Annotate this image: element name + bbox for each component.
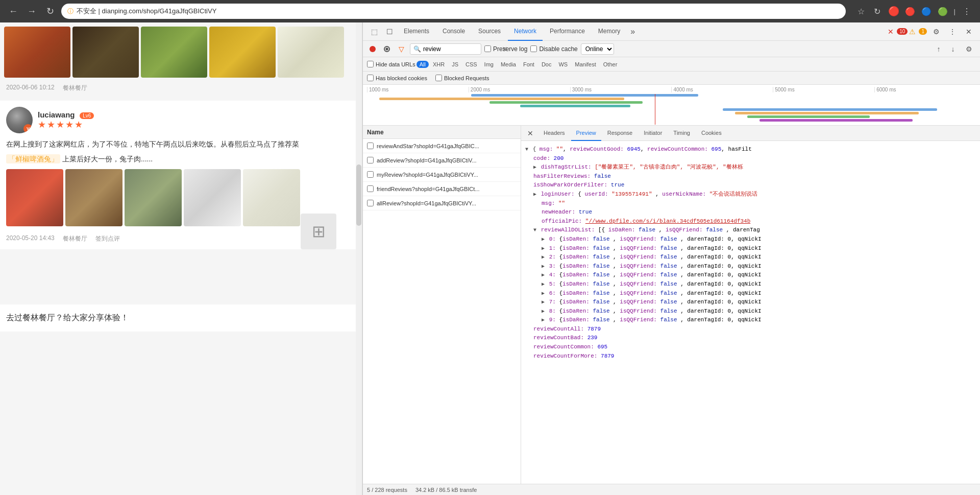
request-row-2[interactable]: addReview?shopId=G41gaJfqGBICtiV... [363,153,521,168]
filter-tab-font[interactable]: Font [520,61,537,68]
filter-tab-media[interactable]: Media [498,61,519,68]
request-checkbox-3[interactable] [367,171,374,178]
devtools-more-button[interactable]: ⋮ [945,25,960,39]
filter-button[interactable]: ▽ [396,43,407,55]
refresh-button[interactable] [43,4,57,18]
blocked-cookies-label[interactable]: Has blocked cookies [367,75,427,81]
disable-cache-checkbox[interactable] [530,45,537,52]
network-settings-button[interactable]: ⚙ [962,42,976,56]
expand-loginUser[interactable] [533,191,536,199]
page-scrollbar[interactable] [356,22,362,495]
profile-button[interactable]: ↻ [870,4,885,18]
tab-console-label: Console [443,28,465,35]
tab-performance[interactable]: Performance [544,22,591,41]
detail-tab-initiator[interactable]: Initiator [639,126,667,141]
device-toggle-button[interactable]: ☐ [382,25,397,39]
detail-tab-preview[interactable]: Preview [571,126,601,141]
filter-tab-other[interactable]: Other [600,61,621,68]
inspect-element-button[interactable]: ⬚ [367,25,381,39]
request-checkbox-5[interactable] [367,200,374,206]
filter-tab-doc-label: Doc [542,61,552,67]
avatar[interactable]: V [6,107,33,133]
request-checkbox-1[interactable] [367,143,374,149]
preserve-log-checkbox[interactable] [484,45,491,52]
review-food-image-1[interactable] [6,169,63,226]
food-image-2[interactable] [72,27,139,78]
review-food-image-5[interactable] [243,169,300,226]
hide-data-urls-checkbox[interactable] [367,61,374,67]
filter-tab-xhr[interactable]: XHR [430,61,448,68]
blocked-requests-checkbox[interactable] [435,75,442,81]
extension-btn-3[interactable]: 🔵 [919,4,934,18]
extension-btn-2[interactable]: 🔴 [903,4,917,18]
detail-tab-response[interactable]: Response [602,126,638,141]
tab-elements[interactable]: Elements [398,22,435,41]
tab-console[interactable]: Console [436,22,471,41]
stop-button[interactable] [381,43,393,55]
expand-item-5[interactable] [542,280,545,289]
filter-tab-manifest[interactable]: Manifest [572,61,599,68]
extension-btn-1[interactable]: 🔴 [887,4,901,18]
expand-item-1[interactable] [542,245,545,253]
detail-tab-timing[interactable]: Timing [668,126,695,141]
search-box[interactable]: 🔍 ✕ [410,43,481,55]
filter-tab-img[interactable]: Img [481,61,497,68]
request-row-4[interactable]: friendReviews?shopId=G41gaJfqGBICt... [363,182,521,196]
request-checkbox-2[interactable] [367,157,374,163]
filter-tab-doc[interactable]: Doc [538,61,555,68]
review-food-image-3[interactable] [125,169,182,226]
tab-sources[interactable]: Sources [472,22,507,41]
menu-button[interactable]: ⋮ [960,4,974,18]
forward-button[interactable] [24,4,39,18]
devtools-settings-button[interactable]: ⚙ [929,25,943,39]
food-image-3[interactable] [141,27,207,78]
filter-tab-css[interactable]: CSS [462,61,480,68]
request-row-3[interactable]: myReview?shopId=G41gaJfqGBICtiVY... [363,168,521,182]
review-food-image-2[interactable] [65,169,122,226]
expand-item-0[interactable] [542,235,545,244]
bookmark-button[interactable]: ☆ [854,4,868,18]
preserve-log-label[interactable]: Preserve log [484,45,527,53]
expand-item-7[interactable] [542,298,545,307]
review-food-image-4[interactable] [184,169,241,226]
json-preview[interactable]: { msg: "", reviewCountGood: 6945, review… [521,141,980,484]
food-image-4[interactable] [209,27,276,78]
tab-memory[interactable]: Memory [592,22,626,41]
request-checkbox-4[interactable] [367,185,374,192]
filter-tab-js[interactable]: JS [449,61,461,68]
hide-data-urls-label[interactable]: Hide data URLs [367,61,415,67]
expand-dishTag[interactable] [533,163,536,172]
back-button[interactable] [6,4,20,18]
devtools-close-button[interactable]: ✕ [962,25,976,39]
food-image-1[interactable] [4,27,70,78]
record-button[interactable] [367,43,378,55]
throttle-select[interactable]: Online [581,43,614,55]
expand-item-3[interactable] [542,263,545,271]
request-row-1[interactable]: reviewAndStar?shopId=G41gaJfqGBIC... [363,139,521,153]
export-button[interactable]: ↓ [947,43,959,55]
expand-item-8[interactable] [542,308,545,316]
expand-root[interactable] [525,146,528,154]
address-bar[interactable]: ⓘ 不安全 | dianping.com/shop/G41gaJfqGBICti… [61,4,846,19]
expand-item-4[interactable] [542,271,545,279]
qr-code[interactable]: ⊞ [301,214,336,249]
more-tabs-button[interactable]: » [627,22,638,41]
filter-tab-ws[interactable]: WS [555,61,571,68]
detail-tab-cookies[interactable]: Cookies [696,126,727,141]
expand-item-2[interactable] [542,253,545,262]
disable-cache-label[interactable]: Disable cache [530,45,577,53]
tab-network[interactable]: Network [508,22,543,41]
detail-tab-headers[interactable]: Headers [538,126,570,141]
request-row-5[interactable]: allReview?shopId=G41gaJfqGBICtiVY... [363,196,521,210]
extension-btn-4[interactable]: 🟢 [936,4,950,18]
expand-item-9[interactable] [542,316,545,324]
filter-tab-all[interactable]: All [416,61,429,68]
expand-item-6[interactable] [542,290,545,298]
blocked-requests-label[interactable]: Blocked Requests [435,75,489,81]
blocked-cookies-checkbox[interactable] [367,75,374,81]
expand-reviewAllDO[interactable] [533,226,536,234]
detail-close-button[interactable]: ✕ [525,128,535,138]
food-image-5[interactable] [278,27,344,78]
import-button[interactable]: ↑ [933,43,944,55]
requests-list[interactable]: reviewAndStar?shopId=G41gaJfqGBIC... add… [363,139,521,484]
